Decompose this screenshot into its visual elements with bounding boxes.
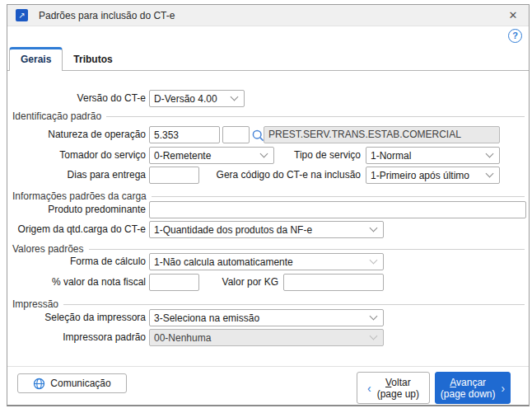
- tipo-servico-value: 1-Normal: [371, 150, 487, 162]
- versao-ct-label: Versão do CT-e: [14, 90, 146, 107]
- group-impressao: Impressão: [12, 298, 525, 310]
- forma-calculo-value: 1-Não calcula automaticamente: [154, 256, 371, 268]
- chevron-down-icon: [370, 312, 378, 321]
- natureza-code-input[interactable]: [149, 126, 220, 143]
- perc-nota-label: % valor da nota fiscal: [14, 274, 146, 291]
- window-title: Padrões para inclusão do CT-e: [39, 10, 175, 21]
- ct-e-defaults-dialog: ↗ Padrões para inclusão do CT-e ✕ ? Gera…: [7, 4, 530, 406]
- group-identificacao: Identificação padrão: [12, 110, 525, 122]
- origem-qtd-label: Origem da qtd.carga do CT-e: [14, 221, 146, 238]
- produto-predominante-label: Produto predominante: [14, 201, 146, 218]
- tab-tributos[interactable]: Tributos: [63, 49, 123, 70]
- gera-codigo-label: Gera código do CT-e na inclusão: [197, 167, 361, 184]
- voltar-button[interactable]: ‹ Voltar(page up): [357, 372, 430, 404]
- tomador-label: Tomador do serviço: [14, 147, 146, 164]
- comunicacao-label: Comunicação: [50, 378, 110, 389]
- group-divider: [63, 304, 525, 305]
- dias-entrega-input[interactable]: [149, 167, 199, 184]
- title-bar: ↗ Padrões para inclusão do CT-e ✕: [7, 5, 529, 26]
- dias-entrega-label: Dias para entrega: [14, 167, 146, 184]
- group-divider: [106, 116, 525, 117]
- globe-icon: [33, 378, 45, 390]
- group-identificacao-legend: Identificação padrão: [12, 110, 101, 122]
- origem-qtd-value: 1-Quantidade dos produtos da NF-e: [154, 224, 371, 236]
- footer-divider: [7, 366, 529, 367]
- versao-ct-dropdown[interactable]: D-Versão 4.00: [149, 90, 245, 107]
- origem-qtd-dropdown[interactable]: 1-Quantidade dos produtos da NF-e: [149, 221, 384, 238]
- group-impressao-legend: Impressão: [12, 298, 58, 310]
- group-informacoes-carga-legend: Informações padrões da carga: [12, 190, 147, 202]
- chevron-down-icon: [370, 256, 378, 265]
- impressora-padrao-dropdown: 00-Nenhuma: [149, 329, 384, 346]
- close-icon[interactable]: ✕: [504, 9, 522, 21]
- chevron-right-icon: ›: [502, 382, 506, 394]
- perc-nota-input[interactable]: [149, 274, 199, 291]
- help-icon[interactable]: ?: [508, 29, 522, 43]
- forma-calculo-dropdown[interactable]: 1-Não calcula automaticamente: [149, 253, 384, 270]
- natureza-suffix-input[interactable]: [222, 126, 250, 143]
- group-divider: [152, 196, 525, 197]
- impressora-padrao-label: Impressora padrão: [14, 329, 146, 346]
- chevron-down-icon: [486, 170, 494, 178]
- group-divider: [89, 249, 525, 250]
- forma-calculo-label: Forma de cálculo: [14, 253, 146, 270]
- selecao-impressora-value: 3-Seleciona na emissão: [154, 312, 371, 324]
- tab-strip: Gerais Tributos: [7, 48, 529, 71]
- group-informacoes-carga: Informações padrões da carga: [12, 190, 525, 202]
- tipo-servico-label: Tipo de serviço: [197, 147, 361, 164]
- tipo-servico-dropdown[interactable]: 1-Normal: [366, 147, 500, 164]
- chevron-left-icon: ‹: [367, 382, 371, 394]
- chevron-down-icon: [231, 93, 239, 101]
- tab-gerais[interactable]: Gerais: [9, 47, 63, 71]
- natureza-label: Natureza de operação: [14, 126, 146, 143]
- avancar-button[interactable]: Avançar(page down) ›: [435, 372, 511, 404]
- avancar-label: Avançar(page down): [441, 377, 496, 400]
- chevron-down-icon: [370, 332, 378, 340]
- valor-kg-label: Valor por KG: [205, 274, 278, 291]
- gera-codigo-dropdown[interactable]: 1-Primeiro após último: [366, 167, 500, 184]
- versao-ct-value: D-Versão 4.00: [154, 93, 231, 105]
- natureza-description-field: PREST.SERV.TRANS.ESTAB.COMERCIAL: [264, 126, 500, 143]
- chevron-down-icon: [370, 224, 378, 232]
- impressora-padrao-value: 00-Nenhuma: [154, 332, 371, 344]
- voltar-label: Voltar(page up): [377, 377, 419, 400]
- window-arrow-icon: ↗: [16, 9, 28, 21]
- comunicacao-button[interactable]: Comunicação: [17, 373, 127, 393]
- produto-predominante-input[interactable]: [149, 201, 526, 218]
- gera-codigo-value: 1-Primeiro após último: [371, 170, 487, 181]
- selecao-impressora-label: Seleção da impressora: [14, 309, 146, 326]
- selecao-impressora-dropdown[interactable]: 3-Seleciona na emissão: [149, 309, 384, 326]
- valor-kg-input[interactable]: [283, 274, 384, 291]
- chevron-down-icon: [486, 150, 494, 158]
